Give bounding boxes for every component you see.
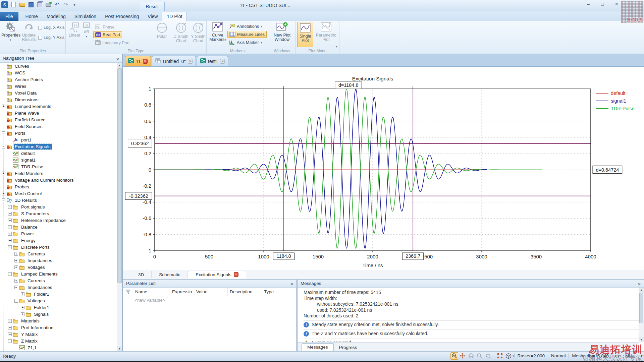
annotations-button[interactable]: Annotations ▾ <box>227 23 264 30</box>
expand-icon[interactable]: + <box>2 105 5 108</box>
expand-icon[interactable]: + <box>21 292 24 296</box>
status-segment-raster-2-000[interactable]: Raster=2.000 <box>514 353 548 358</box>
tree-item-field-monitors[interactable]: +Field Monitors <box>0 170 117 177</box>
tree-item-folder1[interactable]: +Folder1 <box>0 304 117 311</box>
tree-item-impedances[interactable]: +Impedances <box>0 257 117 264</box>
scroll-down-icon[interactable]: ▼ <box>639 337 644 342</box>
tab-simulation[interactable]: Simulation <box>70 12 101 21</box>
doc-tab-test1[interactable]: test1✕ <box>197 56 228 66</box>
tab-close-icon[interactable]: ✕ <box>220 59 225 64</box>
delta-y-marker-text[interactable]: d=0.64724 <box>596 167 619 173</box>
messages-tab-messages[interactable]: Messages <box>302 343 334 351</box>
tree-item-energy[interactable]: +Energy <box>0 237 117 244</box>
collapse-icon[interactable]: − <box>8 339 12 343</box>
messages-scrollbar[interactable]: ▲ ▼ <box>639 288 644 342</box>
status-segment-normal[interactable]: Normal <box>548 353 569 358</box>
collapse-icon[interactable]: − <box>8 245 12 249</box>
expand-icon[interactable]: + <box>8 326 12 329</box>
column-header-type[interactable]: Type <box>262 288 294 296</box>
result-tools-contextual-tab[interactable]: Result Tools <box>140 2 165 11</box>
expand-icon[interactable]: + <box>8 239 12 242</box>
collapse-icon[interactable]: − <box>14 286 18 289</box>
tree-item-z-matrix[interactable]: −Z Matrix <box>0 338 117 344</box>
tree-item-lumped-elements[interactable]: −Lumped Elements <box>0 270 117 277</box>
tab-home[interactable]: Home <box>21 12 42 21</box>
tab-post-processing[interactable]: Post Processing <box>101 12 143 21</box>
tree-item-ports[interactable]: −Ports <box>0 130 117 136</box>
tab-close-icon[interactable]: ✕ <box>143 59 148 64</box>
column-header-expressio[interactable]: Expressio <box>170 288 194 296</box>
polar-button[interactable]: Polar <box>153 22 171 39</box>
expand-icon[interactable]: + <box>8 319 12 323</box>
tree-item-field-sources[interactable]: Field Sources <box>0 123 117 130</box>
tree-item-probes[interactable]: Probes <box>0 183 117 190</box>
customize-toolbar-dropdown-icon[interactable]: ▾ <box>71 1 78 8</box>
new-plot-window-button[interactable]: New Plot Window <box>270 22 294 42</box>
tree-item-mesh-control[interactable]: +Mesh Control <box>0 190 117 197</box>
tab-close-icon[interactable]: ✕ <box>188 59 193 64</box>
tree-item-signal1[interactable]: signal1 <box>0 157 117 163</box>
expand-icon[interactable]: + <box>8 232 12 236</box>
tree-item-balance[interactable]: +Balance <box>0 224 117 230</box>
scrollbar-thumb[interactable] <box>639 293 643 323</box>
zoom-dynamic-icon[interactable] <box>476 352 483 360</box>
tree-item-signals[interactable]: +Signals <box>0 311 117 317</box>
tab-file[interactable]: File <box>0 12 18 21</box>
cst-logo-icon[interactable]: S <box>1 1 8 8</box>
tree-item-port1[interactable]: port1 <box>0 136 117 143</box>
new-variable-row[interactable]: <new variable> <box>123 296 296 303</box>
pan-icon[interactable] <box>459 352 467 360</box>
log-x-axis-checkbox[interactable]: Log. X Axis <box>38 25 65 30</box>
axis-marker-button[interactable]: Axis Marker ▾ <box>227 39 264 46</box>
expand-icon[interactable]: + <box>8 205 12 209</box>
delta-x-marker-text[interactable]: d=1184.8 <box>338 82 359 88</box>
copy-icon[interactable] <box>36 1 43 8</box>
tree-item-farfield-source[interactable]: Farfield Source <box>0 116 117 123</box>
scroll-down-icon[interactable]: ▼ <box>117 346 122 351</box>
fit-view-icon[interactable] <box>496 352 504 360</box>
column-header-value[interactable]: Value <box>194 288 228 296</box>
update-results-button[interactable]: Update Results <box>20 22 38 42</box>
tree-item-port-signals[interactable]: +Port signals <box>0 203 117 210</box>
properties-button[interactable]: Properties ▾ <box>1 22 19 42</box>
expand-icon[interactable]: + <box>21 312 24 316</box>
tree-item-default[interactable]: default <box>0 150 117 157</box>
tab-view[interactable]: View <box>143 12 162 21</box>
y-smith-chart-button[interactable]: Y Y Smith Chart <box>191 22 206 43</box>
tree-item-plane-wave[interactable]: Plane Wave <box>0 110 117 116</box>
db-button[interactable]: dB dB ▾ <box>82 22 91 39</box>
expand-icon[interactable]: + <box>2 192 5 195</box>
expand-icon[interactable]: + <box>14 259 18 262</box>
tree-item-currents[interactable]: +Currents <box>0 250 117 257</box>
collapse-icon[interactable]: − <box>2 131 5 135</box>
collapse-icon[interactable]: − <box>8 272 12 276</box>
minimize-button[interactable]: – <box>584 1 592 7</box>
close-button[interactable]: ✕ <box>612 1 621 7</box>
tree-item-discrete-ports[interactable]: −Discrete Ports <box>0 244 117 250</box>
scrollbar-thumb[interactable] <box>117 68 122 283</box>
expand-icon[interactable]: + <box>21 306 24 309</box>
scroll-up-icon[interactable]: ▲ <box>639 288 644 293</box>
z-smith-chart-button[interactable]: Z Z Smith Chart <box>172 22 191 43</box>
imaginary-part-button[interactable]: Im Imaginary Part <box>93 39 131 46</box>
tree-item-excitation-signals[interactable]: −Excitation Signals <box>0 143 117 150</box>
view-tab-excitation-signals[interactable]: Excitation Signals✕ <box>188 271 246 279</box>
tree-item-s-parameters[interactable]: +S-Parameters <box>0 210 117 217</box>
zoom-in-icon[interactable] <box>450 352 458 360</box>
real-part-button[interactable]: Re Real Part <box>93 31 122 38</box>
messages-tab-progress[interactable]: Progress <box>334 344 363 351</box>
rotate-icon[interactable] <box>467 352 475 360</box>
collapse-icon[interactable]: − <box>14 299 18 303</box>
phase-button[interactable]: Phase <box>93 23 116 31</box>
y-measure-value-text[interactable]: 0.32362 <box>131 141 149 146</box>
tab-modeling[interactable]: Modeling <box>42 12 70 21</box>
tree-item-wcs[interactable]: WCS <box>0 69 117 76</box>
tree-item-voltages[interactable]: +Voltages <box>0 264 117 270</box>
tree-item-currents[interactable]: +Currents <box>0 277 117 284</box>
tab-1d-plot[interactable]: 1D Plot <box>162 12 187 21</box>
tree-item-voltages[interactable]: −Voltages <box>0 297 117 304</box>
tree-item-1d-results[interactable]: −1D Results <box>0 197 117 203</box>
maximize-button[interactable]: □ <box>598 1 606 7</box>
column-header-name[interactable]: Name <box>133 288 170 296</box>
tree-item-folder1[interactable]: +Folder1 <box>0 291 117 297</box>
